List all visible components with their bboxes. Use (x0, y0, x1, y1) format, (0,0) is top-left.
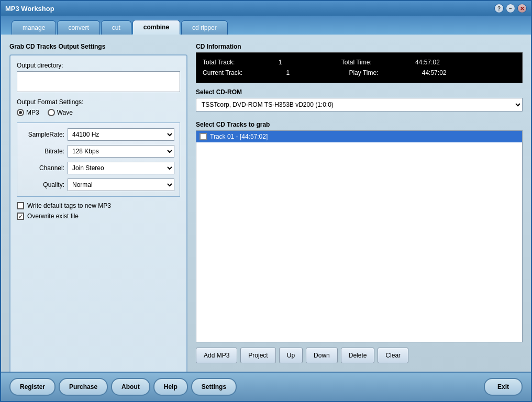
channel-select[interactable]: Join Stereo Stereo Mono (68, 162, 174, 174)
cdrom-section: Select CD-ROM TSSTcorp, DVD-ROM TS-H353B… (196, 88, 523, 116)
radio-mp3-label: MP3 (26, 109, 39, 116)
minimize-btn[interactable]: − (506, 4, 515, 13)
tab-cut[interactable]: cut (101, 20, 131, 35)
tab-cd-ripper[interactable]: cd ripper (181, 20, 228, 35)
total-time-label: Total Time: (341, 57, 372, 68)
current-track-label: Current Track: (203, 68, 242, 78)
exit-button[interactable]: Exit (484, 378, 523, 396)
settings-box: Output directory: Output Format Settings… (9, 54, 187, 375)
tab-convert[interactable]: convert (57, 20, 99, 35)
checkbox1-row[interactable]: Write default tags to new MP3 (17, 202, 180, 209)
up-button[interactable]: Up (279, 348, 303, 363)
register-button[interactable]: Register (9, 378, 56, 396)
output-dir-field[interactable] (17, 71, 180, 92)
radio-mp3-circle[interactable] (17, 109, 24, 116)
radio-mp3[interactable]: MP3 (17, 109, 39, 116)
quality-row: Quality: Normal High Low (23, 178, 174, 191)
samplerate-row: SampleRate: 44100 Hz 22050 Hz 11025 Hz (23, 128, 174, 141)
current-track-value: 1 (286, 68, 290, 78)
channel-label: Channel: (23, 164, 64, 172)
quality-label: Quality: (23, 181, 64, 188)
format-radio-group: MP3 Wave (17, 109, 180, 116)
play-time-value: 44:57:02 (422, 68, 447, 78)
action-buttons-row: Add MP3 Project Up Down Delete Clear (196, 348, 523, 363)
cdrom-select-row: TSSTcorp, DVD-ROM TS-H353B vD200 (1:0:0) (196, 98, 523, 111)
tab-manage[interactable]: manage (12, 20, 56, 35)
bottom-bar: Register Purchase About Help Settings Ex… (1, 372, 531, 401)
close-btn[interactable]: ✕ (517, 4, 527, 13)
tracks-section: Select CD Tracks to grab Track 01 - [44:… (196, 121, 523, 342)
main-window: MP3 Workshop ? − ✕ manage convert cut co… (0, 0, 532, 402)
checkbox2[interactable] (17, 213, 24, 220)
bitrate-select[interactable]: 128 Kbps 192 Kbps 256 Kbps 320 Kbps (68, 145, 174, 158)
samplerate-label: SampleRate: (23, 131, 64, 138)
format-settings-label: Output Format Settings: (17, 98, 180, 106)
clear-button[interactable]: Clear (378, 348, 408, 363)
cd-info-label: CD Information (196, 43, 523, 50)
play-time-label: Play Time: (349, 68, 378, 78)
track-checkbox[interactable] (199, 133, 207, 140)
bitrate-label: Bitrate: (23, 148, 64, 155)
select-cdrom-label: Select CD-ROM (196, 88, 523, 96)
title-bar-buttons: ? − ✕ (494, 4, 527, 13)
tab-combine[interactable]: combine (132, 20, 180, 35)
tab-bar: manage convert cut combine cd ripper (1, 16, 531, 35)
checkbox2-label: Overwrite exist file (27, 213, 79, 220)
left-panel: Grab CD Tracks Output Settings Output di… (9, 43, 187, 363)
samplerate-select[interactable]: 44100 Hz 22050 Hz 11025 Hz (68, 128, 174, 141)
delete-button[interactable]: Delete (341, 348, 375, 363)
bottom-left-buttons: Register Purchase About Help Settings (9, 378, 237, 396)
help-button[interactable]: Help (153, 378, 188, 396)
checkbox1-label: Write default tags to new MP3 (27, 202, 111, 209)
help-icon-btn[interactable]: ? (494, 4, 504, 13)
cd-info-box: Total Track: 1 Total Time: 44:57:02 Curr… (196, 52, 523, 83)
add-mp3-button[interactable]: Add MP3 (196, 348, 237, 363)
radio-wave[interactable]: Wave (48, 109, 73, 116)
cd-info-row2: Current Track: 1 Play Time: 44:57:02 (203, 68, 516, 78)
down-button[interactable]: Down (306, 348, 338, 363)
project-button[interactable]: Project (240, 348, 275, 363)
tracks-list[interactable]: Track 01 - [44:57:02] (196, 130, 523, 342)
total-track-label: Total Track: (203, 57, 235, 68)
content-area: Grab CD Tracks Output Settings Output di… (1, 35, 531, 372)
cd-info-section: CD Information Total Track: 1 Total Time… (196, 43, 523, 83)
title-bar: MP3 Workshop ? − ✕ (1, 1, 531, 16)
radio-wave-circle[interactable] (48, 109, 55, 116)
checkbox2-row[interactable]: Overwrite exist file (17, 213, 180, 220)
output-dir-label: Output directory: (17, 62, 180, 69)
quality-select[interactable]: Normal High Low (68, 178, 174, 191)
total-time-value: 44:57:02 (415, 57, 440, 68)
channel-row: Channel: Join Stereo Stereo Mono (23, 162, 174, 174)
checkbox1[interactable] (17, 202, 24, 209)
purchase-button[interactable]: Purchase (59, 378, 108, 396)
settings-button[interactable]: Settings (191, 378, 237, 396)
radio-wave-label: Wave (57, 109, 73, 116)
right-panel: CD Information Total Track: 1 Total Time… (196, 43, 523, 363)
cdrom-dropdown[interactable]: TSSTcorp, DVD-ROM TS-H353B vD200 (1:0:0) (196, 98, 523, 111)
track-label: Track 01 - [44:57:02] (210, 133, 268, 140)
total-track-value: 1 (279, 57, 282, 68)
left-panel-title: Grab CD Tracks Output Settings (9, 43, 187, 50)
about-button[interactable]: About (111, 378, 150, 396)
dropdowns-box: SampleRate: 44100 Hz 22050 Hz 11025 Hz B… (17, 122, 180, 197)
tracks-label: Select CD Tracks to grab (196, 121, 523, 128)
bitrate-row: Bitrate: 128 Kbps 192 Kbps 256 Kbps 320 … (23, 145, 174, 158)
window-title: MP3 Workshop (5, 5, 54, 13)
track-item[interactable]: Track 01 - [44:57:02] (196, 131, 522, 142)
cd-info-row1: Total Track: 1 Total Time: 44:57:02 (203, 57, 516, 68)
